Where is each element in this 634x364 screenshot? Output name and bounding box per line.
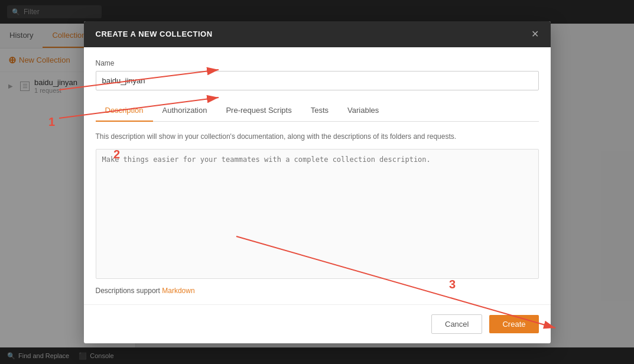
create-collection-modal: CREATE A NEW COLLECTION ✕ Name Descripti… (84, 21, 551, 343)
modal-title: CREATE A NEW COLLECTION (96, 30, 213, 38)
tab-tests[interactable]: Tests (301, 100, 338, 122)
tab-pre-request-scripts[interactable]: Pre-request Scripts (216, 100, 301, 122)
description-textarea[interactable] (96, 149, 539, 279)
cancel-button[interactable]: Cancel (431, 314, 482, 334)
tab-description[interactable]: Description (96, 100, 153, 122)
modal-tabs: Description Authorization Pre-request Sc… (96, 100, 539, 122)
tab-authorization[interactable]: Authorization (153, 100, 217, 122)
markdown-note: Descriptions support Markdown (96, 287, 539, 295)
name-label: Name (96, 59, 539, 67)
modal-close-button[interactable]: ✕ (531, 30, 539, 39)
markdown-link[interactable]: Markdown (162, 287, 194, 295)
collection-name-input[interactable] (96, 71, 539, 90)
modal-overlay: CREATE A NEW COLLECTION ✕ Name Descripti… (0, 0, 634, 364)
modal-header: CREATE A NEW COLLECTION ✕ (84, 21, 551, 47)
tab-content-description: This description will show in your colle… (96, 122, 539, 304)
tab-variables[interactable]: Variables (338, 100, 388, 122)
create-button[interactable]: Create (489, 315, 538, 333)
modal-body: Name Description Authorization Pre-reque… (84, 47, 551, 304)
description-info-text: This description will show in your colle… (96, 131, 539, 142)
modal-footer: Cancel Create (84, 304, 551, 343)
